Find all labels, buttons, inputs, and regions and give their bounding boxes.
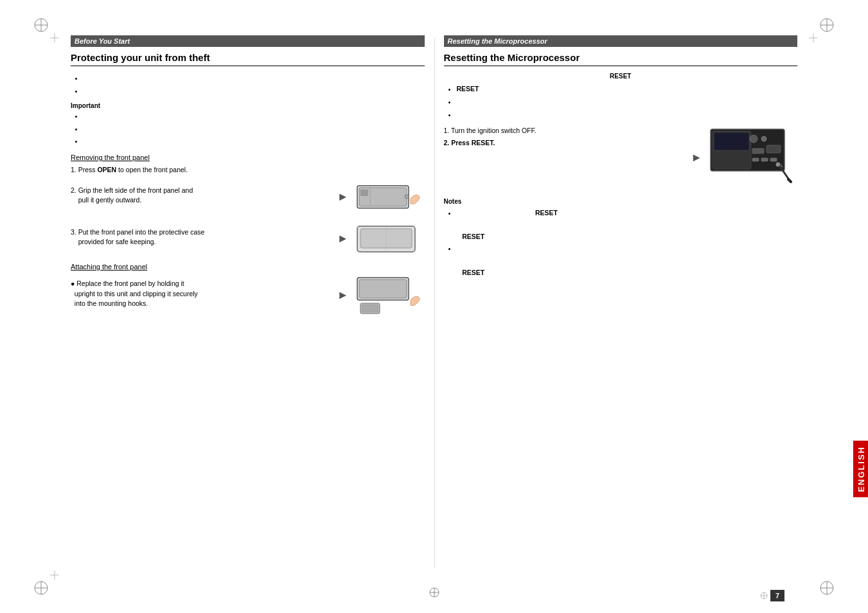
reset-bullet-1: RESET: [457, 84, 798, 95]
svg-point-34: [761, 136, 766, 141]
bullet-item-2: [84, 85, 425, 97]
bottom-right-mark: [759, 591, 768, 601]
inner-mark-bl: [50, 571, 59, 580]
page: Before You Start Protecting your unit fr…: [0, 0, 868, 613]
reset-device-illustration: [707, 126, 797, 190]
left-column: Before You Start Protecting your unit fr…: [71, 35, 425, 562]
intro-bullets: [71, 73, 425, 97]
reset-title-divider: [444, 66, 798, 66]
arrow-icon-reset: ►: [691, 151, 702, 164]
before-you-start-title: Before You Start: [75, 37, 130, 45]
arrow-icon-1: ►: [337, 190, 349, 204]
svg-rect-32: [714, 132, 749, 150]
protecting-title: Protecting your unit from theft: [71, 52, 425, 63]
svg-rect-39: [770, 158, 777, 161]
reset-line: RESET: [457, 233, 485, 240]
notes-bullets: RESET RESET RESET: [444, 208, 798, 279]
page-number: 7: [770, 590, 784, 601]
device-illustration-1: [354, 179, 425, 215]
arrow-icon-2: ►: [337, 232, 349, 245]
reg-mark-tl: [32, 16, 50, 34]
svg-rect-27: [359, 280, 407, 298]
column-divider: [434, 39, 435, 568]
reset-header-title: Resetting the Microprocessor: [448, 37, 547, 45]
attaching-subtitle: Attaching the front panel: [71, 263, 425, 271]
reset-step-2: 2. Press RESET.: [444, 138, 691, 148]
removing-subtitle: Removing the front panel: [71, 154, 425, 161]
svg-rect-38: [761, 158, 768, 161]
reg-mark-br: [818, 579, 836, 597]
important-bullet-3: [84, 136, 425, 147]
svg-line-42: [788, 179, 791, 182]
reset-title: Resetting the Microprocessor: [444, 52, 798, 63]
device-illustration-2: [354, 221, 425, 256]
reg-mark-bl: [32, 579, 50, 597]
note-1-text: RESET: [457, 209, 558, 217]
svg-rect-35: [752, 148, 764, 154]
step-3-illustration: 3. Put the front panel into the protecti…: [71, 221, 425, 256]
english-badge: ENGLISH: [853, 441, 868, 497]
svg-rect-37: [752, 158, 759, 161]
arrow-icon-3: ►: [337, 289, 349, 302]
svg-point-22: [405, 195, 409, 199]
note-2-text: [457, 244, 522, 252]
reg-mark-tr: [818, 16, 836, 34]
note-2: [457, 243, 798, 254]
reset-header: Resetting the Microprocessor: [444, 35, 798, 47]
svg-point-33: [750, 135, 757, 143]
reset-line-2: RESET: [457, 269, 485, 276]
svg-rect-36: [766, 145, 781, 153]
reset-bullet-3: [457, 109, 798, 121]
center-bottom-mark: [428, 586, 441, 600]
important-bullet-2: [84, 123, 425, 135]
step-2-illustration: 2. Grip the left side of the front panel…: [71, 179, 425, 215]
notes-label: Notes: [444, 198, 798, 205]
important-bullet-1: [84, 111, 425, 122]
reset-steps-area: 1. Turn the ignition switch OFF. 2. Pres…: [444, 126, 798, 190]
before-you-start-header: Before You Start: [71, 35, 425, 47]
attach-illustration: ● Replace the front panel by holding it …: [71, 274, 425, 316]
reset-device-area: ►: [691, 126, 797, 190]
important-bullets: [71, 111, 425, 148]
reset-bullet-2: [457, 96, 798, 108]
inner-mark-tr: [809, 33, 818, 42]
bullet-item-1: [84, 73, 425, 84]
reset-steps-text: 1. Turn the ignition switch OFF. 2. Pres…: [444, 126, 691, 152]
note-1: RESET: [457, 208, 798, 219]
inner-mark-tl: [50, 33, 59, 42]
reset-step-1: 1. Turn the ignition switch OFF.: [444, 126, 691, 136]
svg-rect-29: [362, 305, 378, 312]
svg-rect-21: [360, 190, 368, 196]
important-label: Important: [71, 102, 425, 109]
step-2: 2. Grip the left side of the front panel…: [71, 186, 337, 206]
reset-intro-bullets: RESET: [444, 84, 798, 121]
step-3: 3. Put the front panel into the protecti…: [71, 227, 337, 248]
device-illustration-3: [354, 274, 425, 316]
step-1: 1. Press OPEN to open the front panel.: [71, 165, 425, 175]
right-column: Resetting the Microprocessor Resetting t…: [444, 35, 798, 562]
title-divider: [71, 66, 425, 66]
attach-step: ● Replace the front panel by holding it …: [71, 279, 337, 309]
reset-centered-label: RESET: [444, 73, 798, 80]
